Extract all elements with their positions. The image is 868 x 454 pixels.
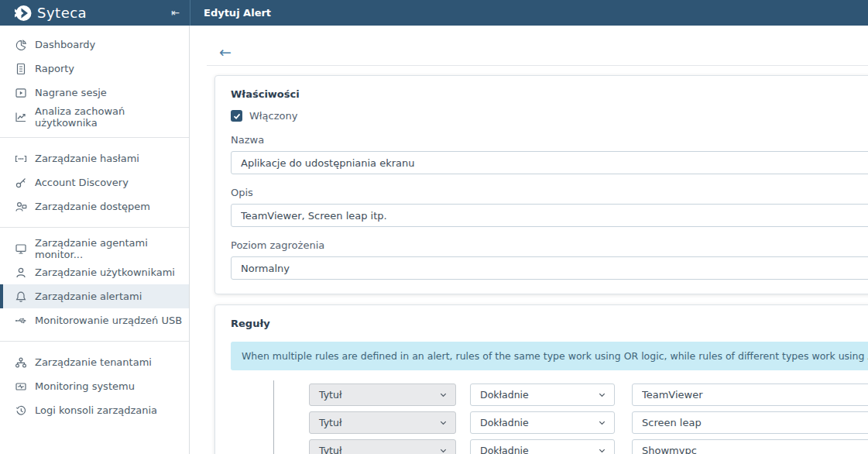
chevron-down-icon bbox=[439, 418, 448, 427]
brand-name: Syteca bbox=[37, 5, 168, 21]
sidebar-item-monitorowanie-usb[interactable]: Monitorowanie urządzeń USB bbox=[0, 308, 189, 332]
sidebar-item-zarzadzanie-uzytkownikami[interactable]: Zarządzanie użytkownikami bbox=[0, 260, 189, 284]
rule-field-select[interactable]: Tytuł bbox=[309, 411, 456, 434]
properties-card: Właściwości Włączony Nazwa Opis Poziom z… bbox=[214, 75, 868, 294]
sidebar-item-nagrane-sesje[interactable]: Nagrane sesje bbox=[0, 81, 189, 105]
rule-field-select[interactable]: Tytuł bbox=[309, 439, 456, 454]
name-label: Nazwa bbox=[231, 134, 868, 146]
history-clock-icon bbox=[14, 404, 27, 417]
rule-value-input[interactable] bbox=[632, 411, 868, 434]
rule-operator-value: Dokładnie bbox=[480, 445, 529, 454]
rule-field-select[interactable]: Tytuł bbox=[309, 383, 456, 406]
pie-chart-icon bbox=[14, 38, 27, 51]
user-icon bbox=[14, 266, 27, 279]
enabled-label: Włączony bbox=[249, 110, 297, 122]
sidebar-item-raporty[interactable]: Raporty bbox=[0, 57, 189, 81]
sidebar-item-label: Nagrane sesje bbox=[35, 87, 107, 98]
sidebar-item-label: Account Discovery bbox=[35, 177, 129, 188]
brand-area: Syteca ⇤ bbox=[0, 0, 190, 26]
sidebar-item-zarzadzanie-agentami[interactable]: Zarządzanie agentami monitor... bbox=[0, 236, 189, 260]
rule-value-input[interactable] bbox=[632, 383, 868, 406]
description-label: Opis bbox=[231, 187, 868, 198]
properties-title: Właściwości bbox=[231, 88, 868, 100]
sidebar-item-label: Monitorowanie urządzeń USB bbox=[35, 315, 182, 326]
rules-list: Tytuł Dokładnie Tytuł Dokładn bbox=[231, 383, 868, 454]
sidebar-item-dashboardy[interactable]: Dashboardy bbox=[0, 33, 189, 57]
syteca-logo-icon bbox=[13, 4, 32, 22]
description-input[interactable] bbox=[231, 204, 868, 227]
risk-level-input[interactable] bbox=[231, 256, 868, 280]
sidebar-item-logi-konsoli[interactable]: Logi konsoli zarządzania bbox=[0, 398, 189, 422]
line-chart-icon bbox=[14, 110, 27, 123]
sidebar-item-label: Zarządzanie tenantami bbox=[35, 356, 152, 368]
name-input[interactable] bbox=[231, 151, 868, 174]
bell-icon bbox=[14, 290, 27, 303]
rules-card: Reguły When multiple rules are defined i… bbox=[214, 304, 868, 454]
rule-operator-select[interactable]: Dokładnie bbox=[470, 383, 615, 406]
sidebar-item-zarzadzanie-haslami[interactable]: Zarządzanie hasłami bbox=[0, 146, 189, 170]
rule-field-value: Tytuł bbox=[319, 445, 341, 454]
rule-row: Tytuł Dokładnie bbox=[309, 383, 868, 406]
rule-field-value: Tytuł bbox=[319, 389, 341, 401]
document-icon bbox=[14, 62, 27, 75]
sidebar: Dashboardy Raporty Nagrane sesje bbox=[0, 26, 190, 454]
rule-value-input[interactable] bbox=[632, 439, 868, 454]
chevron-down-icon bbox=[598, 390, 606, 399]
chevron-down-icon bbox=[439, 446, 448, 454]
app-window: Syteca ⇤ Edytuj Alert Dashboardy Raporty bbox=[0, 0, 868, 454]
user-badge-icon bbox=[14, 200, 27, 213]
rule-group-line bbox=[273, 380, 274, 454]
sidebar-item-zarzadzanie-alertami[interactable]: Zarządzanie alertami bbox=[0, 284, 189, 308]
top-bar: Syteca ⇤ Edytuj Alert bbox=[0, 0, 868, 26]
sidebar-item-label: Zarządzanie dostępem bbox=[35, 201, 150, 212]
rule-operator-select[interactable]: Dokładnie bbox=[470, 439, 615, 454]
password-dots-icon bbox=[14, 152, 27, 165]
monitor-icon bbox=[14, 242, 27, 255]
back-button[interactable]: ← bbox=[219, 45, 232, 60]
chevron-down-icon bbox=[439, 390, 448, 399]
usb-icon bbox=[14, 314, 27, 327]
rule-row: Tytuł Dokładnie bbox=[309, 411, 868, 434]
sidebar-divider bbox=[0, 227, 189, 228]
sidebar-item-label: Dashboardy bbox=[35, 39, 95, 50]
sidebar-item-account-discovery[interactable]: Account Discovery bbox=[0, 170, 189, 194]
sidebar-item-zarzadzanie-dostepem[interactable]: Zarządzanie dostępem bbox=[0, 194, 189, 218]
rule-row: Tytuł Dokładnie bbox=[309, 439, 868, 454]
sidebar-item-label: Monitoring systemu bbox=[35, 380, 135, 392]
rule-operator-value: Dokładnie bbox=[480, 389, 529, 401]
sidebar-item-label: Logi konsoli zarządzania bbox=[35, 404, 157, 416]
sidebar-item-monitoring-systemu[interactable]: Monitoring systemu bbox=[0, 374, 189, 398]
sidebar-collapse-icon[interactable]: ⇤ bbox=[168, 5, 183, 20]
video-player-icon bbox=[14, 86, 27, 99]
rules-info-banner: When multiple rules are defined in an al… bbox=[231, 342, 868, 370]
key-icon bbox=[14, 176, 27, 189]
sidebar-item-label: Zarządzanie alertami bbox=[35, 291, 142, 302]
page-header: Edytuj Alert bbox=[190, 0, 868, 26]
risk-level-label: Poziom zagrożenia bbox=[231, 239, 868, 251]
page-title: Edytuj Alert bbox=[204, 7, 271, 19]
chevron-down-icon bbox=[598, 446, 606, 454]
content-divider bbox=[207, 65, 868, 66]
sidebar-item-label: Analiza zachowań użytkownika bbox=[35, 105, 189, 129]
enabled-checkbox[interactable]: Włączony bbox=[231, 110, 868, 122]
sidebar-item-zarzadzanie-tenantami[interactable]: Zarządzanie tenantami bbox=[0, 350, 189, 374]
sidebar-item-label: Zarządzanie użytkownikami bbox=[35, 267, 175, 278]
sidebar-item-label: Raporty bbox=[35, 63, 74, 74]
rule-operator-select[interactable]: Dokładnie bbox=[470, 411, 615, 434]
chevron-down-icon bbox=[598, 418, 606, 427]
main-content: ← Właściwości Włączony Nazwa Opis Poziom… bbox=[190, 26, 868, 454]
hierarchy-icon bbox=[14, 356, 27, 369]
sidebar-divider bbox=[0, 137, 189, 138]
rule-field-value: Tytuł bbox=[319, 417, 341, 428]
sidebar-divider bbox=[0, 341, 189, 342]
rules-title: Reguły bbox=[231, 318, 868, 329]
sidebar-item-label: Zarządzanie hasłami bbox=[35, 153, 139, 164]
rule-operator-value: Dokładnie bbox=[480, 417, 529, 428]
system-pulse-icon bbox=[14, 380, 27, 393]
checkbox-checked-icon bbox=[231, 110, 242, 122]
sidebar-item-analiza-zachowan[interactable]: Analiza zachowań użytkownika bbox=[0, 105, 189, 129]
sidebar-item-label: Zarządzanie agentami monitor... bbox=[35, 237, 189, 260]
